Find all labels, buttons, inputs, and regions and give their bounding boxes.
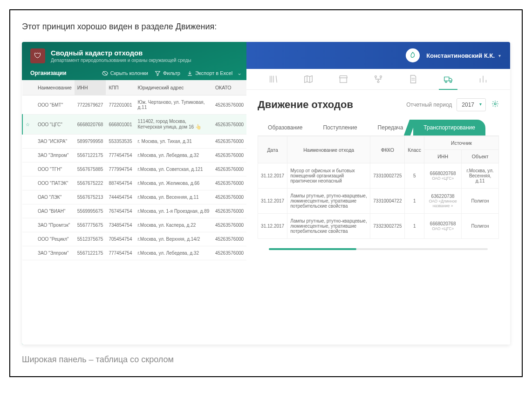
caption-text: Широкая панель – таблица со скролом	[22, 355, 510, 365]
hd-date[interactable]: Дата	[258, 136, 287, 163]
nav-transport-icon[interactable]	[441, 74, 456, 85]
cell-addr: г.Москва, ул. Лебедева, д.32	[135, 246, 212, 260]
cell-name: Мусор от офисных и бытовых помещений орг…	[287, 163, 370, 189]
user-name[interactable]: Константиновский К.К.	[426, 52, 495, 59]
hd-inn[interactable]: ИНН	[424, 150, 462, 163]
cell-source-inn: 636220738ОАО «Длинное название »	[424, 189, 462, 214]
star-cell[interactable]	[22, 218, 35, 232]
scroll-thumb[interactable]	[269, 248, 356, 250]
table-row[interactable]: ОАО "ЛЭК" 5567675213 744454754 г.Москва,…	[22, 190, 246, 204]
cell-inn: 6668020768	[75, 115, 106, 135]
tab[interactable]: Образование	[258, 120, 313, 135]
table-row[interactable]: ЗАО "Промтэк" 5567775675 734854754 г.Мос…	[22, 218, 246, 232]
cell-date: 31.12.2017	[258, 214, 287, 239]
hd-source[interactable]: Источник	[424, 136, 499, 150]
table-row[interactable]: ЗАО "Элпром" 5567122175 777454754 г.Моск…	[22, 246, 246, 260]
col-name[interactable]: Наименование	[35, 80, 75, 95]
star-cell[interactable]	[22, 162, 35, 176]
year-select[interactable]: 2017	[457, 98, 486, 111]
star-cell[interactable]	[22, 204, 35, 218]
chevron-down-icon[interactable]: ⌄	[237, 70, 242, 76]
app-frame: 🛡 Сводный кадастр отходов Департамент пр…	[22, 42, 510, 345]
cell-kpp: 744454754	[106, 190, 135, 204]
cell-fkko: 73323002725	[370, 214, 405, 239]
hide-columns-button[interactable]: Скрыть колонки	[102, 70, 148, 76]
cell-addr: г.Москва, ул. Каспера, д.22	[135, 218, 212, 232]
table-row[interactable]: 31.12.2017 Лампы ртутные, ртутно-кварцев…	[258, 214, 499, 239]
table-row[interactable]: ООО "ПАТЭК" 5567675222 887454754 г.Москв…	[22, 176, 246, 190]
nav-document-icon[interactable]	[406, 74, 421, 85]
nav-icons	[246, 69, 510, 90]
cell-inn: 5512375675	[75, 232, 106, 246]
user-chevron-icon[interactable]: ▾	[498, 53, 501, 58]
star-cell[interactable]	[22, 176, 35, 190]
star-cell[interactable]	[22, 149, 35, 162]
nav-map-icon[interactable]	[301, 74, 316, 85]
nav-store-icon[interactable]	[336, 74, 351, 85]
cell-class: 1	[405, 189, 424, 214]
cell-name: ООО "Рецикл"	[35, 232, 75, 246]
svg-point-5	[494, 103, 496, 105]
hd-class[interactable]: Класс	[405, 136, 424, 163]
star-cell[interactable]	[22, 190, 35, 204]
star-cell[interactable]: ☆	[22, 115, 35, 135]
cell-kpp: 887454754	[106, 176, 135, 190]
tab[interactable]: Поступление	[313, 120, 367, 135]
table-row[interactable]: 31.12.2017 Лампы ртутные, ртутно-кварцев…	[258, 189, 499, 214]
cell-class: 5	[405, 163, 424, 189]
table-row[interactable]: ОАО "ВИАН" 5569995675 767454754 г.Москва…	[22, 204, 246, 218]
movement-table: Дата Наименование отхода ФККО Класс Исто…	[258, 136, 499, 239]
cell-kpp: 734854754	[106, 218, 135, 232]
table-row[interactable]: ЗАО "ИСКРА" 5899799958 553353535 г. Моск…	[22, 135, 246, 149]
cell-okato: 45263576000	[212, 218, 246, 232]
tab[interactable]: Транспортирование	[413, 120, 485, 135]
horizontal-scrollbar[interactable]	[269, 248, 488, 250]
cell-name: ООО "БМТ"	[35, 95, 75, 115]
nav-flow-icon[interactable]	[371, 74, 386, 85]
cell-source-inn: 6668020768ОАО «ЦГС»	[424, 214, 462, 239]
col-okato[interactable]: ОКАТО	[212, 80, 246, 95]
col-addr[interactable]: Юридический адрес	[135, 80, 212, 95]
table-row[interactable]: ООО "Рецикл" 5512375675 705454754 г.Моск…	[22, 232, 246, 246]
hd-object[interactable]: Объект	[462, 150, 499, 163]
svg-point-0	[375, 76, 377, 78]
cell-kpp: 705454754	[106, 232, 135, 246]
gear-icon[interactable]	[491, 100, 499, 109]
hd-name[interactable]: Наименование отхода	[287, 136, 370, 163]
eye-off-icon	[102, 70, 108, 76]
cell-addr: 111402, город Москва, Кетчерская улица, …	[135, 115, 212, 135]
col-kpp[interactable]: КПП	[106, 80, 135, 95]
cell-object: г.Москва, ул. Весенняя, д.11	[462, 163, 499, 189]
star-cell[interactable]	[22, 232, 35, 246]
cell-name: ООО "ТГН"	[35, 162, 75, 176]
cell-inn: 5569995675	[75, 204, 106, 218]
table-row[interactable]: ЗАО "Элпром" 5567122175 777454754 г.Моск…	[22, 149, 246, 162]
cell-name: ЗАО "Элпром"	[35, 149, 75, 162]
cell-kpp: 553353535	[106, 135, 135, 149]
cell-okato: 45263576000	[212, 246, 246, 260]
cell-okato: 45263576000	[212, 149, 246, 162]
nav-stats-icon[interactable]	[476, 74, 491, 85]
cursor-icon: 👆	[195, 124, 202, 129]
org-table-wrap: Наименование ИНН КПП Юридический адрес О…	[22, 80, 246, 345]
cell-name: ЗАО "Элпром"	[35, 246, 75, 260]
table-row[interactable]: 31.12.2017 Мусор от офисных и бытовых по…	[258, 163, 499, 189]
filter-button[interactable]: Фильтр	[155, 70, 180, 76]
cell-inn: 5899799958	[75, 135, 106, 149]
download-icon	[187, 70, 193, 76]
star-cell[interactable]	[22, 246, 35, 260]
table-row[interactable]: ООО "ТГН" 5567675885 777994754 г.Москва,…	[22, 162, 246, 176]
cell-object: Полигон	[462, 189, 499, 214]
table-row[interactable]: ООО "БМТ" 7722679627 772201001 Юж. Черта…	[22, 95, 246, 115]
export-button[interactable]: Экспорт в Excel	[187, 70, 232, 76]
cell-name: ЗАО "Промтэк"	[35, 218, 75, 232]
star-cell[interactable]	[22, 135, 35, 149]
cell-source-inn: 6668020768ОАО «ЦГС»	[424, 163, 462, 189]
hd-fkko[interactable]: ФККО	[370, 136, 405, 163]
cell-okato: 45263576000	[212, 162, 246, 176]
cell-class: 1	[405, 214, 424, 239]
col-inn[interactable]: ИНН	[75, 80, 106, 95]
star-cell[interactable]	[22, 95, 35, 115]
table-row[interactable]: ☆ ООО "ЦГС" 6668020768 666801001 111402,…	[22, 115, 246, 135]
nav-library-icon[interactable]	[266, 74, 281, 85]
